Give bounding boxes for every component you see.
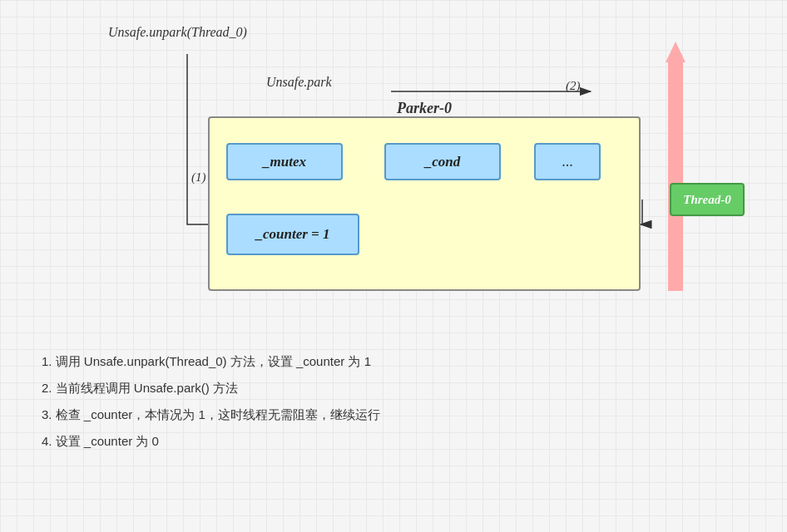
desc-2: 2. 当前线程调用 Unsafe.park() 方法 xyxy=(42,376,380,401)
mutex-box: _mutex xyxy=(226,143,343,180)
label-2: (2) xyxy=(566,79,581,93)
parker-box: Parker-0 _mutex _cond ... _counter = 1 xyxy=(208,116,641,291)
desc-1: 1. 调用 Unsafe.unpark(Thread_0) 方法，设置 _cou… xyxy=(42,349,380,374)
unsafe-unpark-label: Unsafe.unpark(Thread_0) xyxy=(108,25,247,40)
descriptions: 1. 调用 Unsafe.unpark(Thread_0) 方法，设置 _cou… xyxy=(42,349,380,456)
thread-box: Thread-0 xyxy=(670,183,745,216)
counter-box: _counter = 1 xyxy=(226,214,359,255)
main-container: Unsafe.unpark(Thread_0) Unsafe.park (2) … xyxy=(0,0,787,532)
diagram-area: Unsafe.unpark(Thread_0) Unsafe.park (2) … xyxy=(25,8,749,341)
dots-box: ... xyxy=(534,143,601,180)
parker-title: Parker-0 xyxy=(397,100,452,117)
desc-4: 4. 设置 _counter 为 0 xyxy=(42,429,380,454)
svg-marker-4 xyxy=(666,42,686,62)
desc-3: 3. 检查 _counter，本情况为 1，这时线程无需阻塞，继续运行 xyxy=(42,402,380,427)
label-1: (1) xyxy=(191,170,206,185)
cond-box: _cond xyxy=(384,143,501,180)
unsafe-park-label: Unsafe.park xyxy=(266,75,332,90)
